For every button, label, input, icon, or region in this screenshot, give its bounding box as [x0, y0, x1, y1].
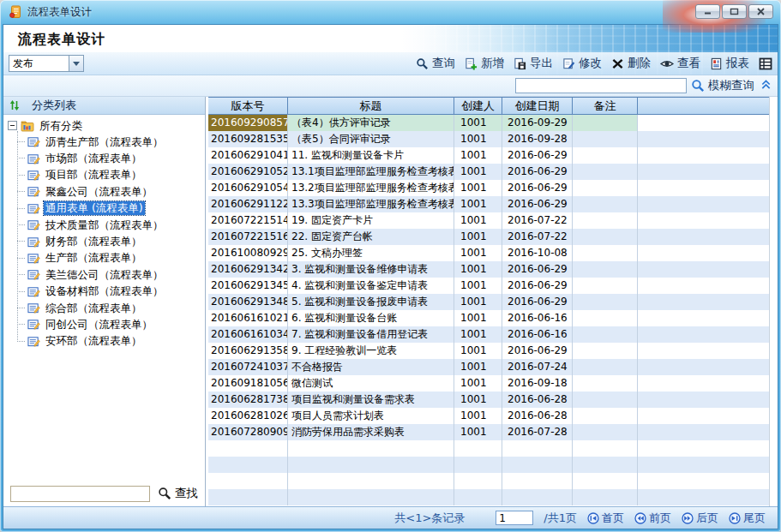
maximize-button[interactable]	[722, 4, 747, 19]
cell-title[interactable]: 项目人员需求计划表	[288, 408, 454, 424]
cell-creator[interactable]: 1001	[454, 261, 502, 278]
cell-creator[interactable]	[454, 440, 502, 457]
modify-button[interactable]: 修改	[562, 56, 602, 71]
publish-dropdown[interactable]: 发布	[9, 55, 84, 72]
cell-date[interactable]: 2016-06-28	[502, 392, 573, 408]
table-row[interactable]: 20160629134216 3. 监视和测量设备维修申请表 1001 2016…	[208, 261, 769, 278]
cell-remark[interactable]	[573, 245, 638, 261]
table-row[interactable]: 20160629105226 13.1项目监理部监理服务检查考核表 1001 2…	[208, 164, 769, 180]
tree-item-label[interactable]: 同创公司（流程表单）	[44, 318, 154, 332]
table-row[interactable]: 20160629134844 5. 监视和测量设备报废申请表 1001 2016…	[208, 294, 769, 310]
cell-version[interactable]: 20160628102609	[208, 408, 288, 424]
view-button[interactable]: 查看	[660, 56, 700, 71]
cell-date[interactable]: 2016-06-29	[502, 147, 573, 164]
cell-title[interactable]: 6. 监视和测量设备台账	[288, 310, 454, 326]
cell-date[interactable]: 2016-06-28	[502, 408, 573, 424]
table-row[interactable]: 20160724103749 不合格报告 1001 2016-07-24	[208, 359, 769, 375]
tree-item[interactable]: 项目部（流程表单）	[13, 167, 205, 183]
tree-item-label[interactable]: 项目部（流程表单）	[44, 168, 144, 182]
cell-remark[interactable]	[573, 131, 638, 147]
tree-item[interactable]: 美兰德公司（流程表单）	[13, 266, 205, 283]
column-header-creator[interactable]: 创建人	[454, 98, 502, 114]
table-row[interactable]: 20160629104112 11. 监视和测量设备卡片 1001 2016-0…	[208, 147, 769, 164]
cell-version[interactable]: 20160929085728	[208, 115, 288, 131]
cell-creator[interactable]: 1001	[454, 310, 502, 326]
fuzzy-search-input[interactable]	[515, 78, 687, 93]
cell-creator[interactable]: 1001	[454, 359, 502, 375]
cell-title[interactable]	[288, 440, 454, 457]
query-button[interactable]: 查询	[416, 56, 455, 71]
tree-item-label[interactable]: 沥青生产部（流程表单）	[44, 135, 165, 149]
cell-creator[interactable]	[454, 489, 502, 505]
cell-title[interactable]: （表4）供方评审记录	[288, 115, 454, 131]
tree-item[interactable]: 同创公司（流程表单）	[13, 316, 205, 332]
cell-remark[interactable]	[573, 473, 638, 489]
cell-remark[interactable]	[573, 261, 638, 278]
cell-version[interactable]: 20160724103749	[208, 359, 288, 375]
cell-title[interactable]: 13.1项目监理部监理服务检查考核表	[288, 164, 454, 180]
cell-title[interactable]: 11. 监视和测量设备卡片	[288, 147, 454, 164]
cell-date[interactable]: 2016-06-29	[502, 278, 573, 294]
cell-title[interactable]: 25. 文稿办理签	[288, 245, 454, 261]
cell-version[interactable]: 20160616102112	[208, 310, 288, 326]
cell-date[interactable]: 2016-06-29	[502, 196, 573, 212]
refresh-icon[interactable]	[9, 99, 20, 111]
cell-remark[interactable]	[573, 440, 638, 457]
cell-version[interactable]	[208, 473, 288, 489]
tree-item-label[interactable]: 设备材料部（流程表单）	[44, 284, 165, 298]
tree-item-label[interactable]: 生产部（流程表单）	[44, 251, 144, 265]
cell-remark[interactable]	[573, 229, 638, 245]
cell-remark[interactable]	[573, 392, 638, 408]
cell-date[interactable]: 2016-07-22	[502, 212, 573, 229]
table-row[interactable]: 20160628173841 项目监视和测量设备需求表 1001 2016-06…	[208, 392, 769, 408]
cell-title[interactable]	[288, 489, 454, 505]
table-row[interactable]: 20160929085728 （表4）供方评审记录 1001 2016-09-2…	[208, 115, 769, 131]
cell-date[interactable]: 2016-10-08	[502, 245, 573, 261]
cell-title[interactable]	[288, 473, 454, 489]
tree-item-label[interactable]: 市场部（流程表单）	[44, 152, 144, 165]
cell-creator[interactable]: 1001	[454, 424, 502, 440]
table-row[interactable]: 20160629112224 13.3项目监理部监理服务检查考核表 1001 2…	[208, 196, 769, 212]
tree-item-label[interactable]: 综合部（流程表单）	[44, 302, 144, 315]
table-row[interactable]: 20160616102112 6. 监视和测量设备台账 1001 2016-06…	[208, 310, 769, 326]
table-row[interactable]: 20160616103455 7. 监视和测量设备借用登记表 1001 2016…	[208, 326, 769, 343]
cell-remark[interactable]	[573, 424, 638, 440]
cell-version[interactable]: 20160722151601	[208, 229, 288, 245]
table-row[interactable]: 20160628102609 项目人员需求计划表 1001 2016-06-28	[208, 408, 769, 424]
cell-title[interactable]: 4. 监视和测量设备鉴定申请表	[288, 278, 454, 294]
cell-version[interactable]: 20160616103455	[208, 326, 288, 343]
cell-date[interactable]: 2016-07-24	[502, 359, 573, 375]
export-button[interactable]: 导出	[514, 56, 553, 71]
cell-title[interactable]: 13.3项目监理部监理服务检查考核表	[288, 196, 454, 212]
cell-remark[interactable]	[573, 164, 638, 180]
collapse-panel-button[interactable]	[759, 79, 773, 93]
cell-creator[interactable]: 1001	[454, 115, 502, 131]
cell-remark[interactable]	[573, 196, 638, 212]
cell-creator[interactable]	[454, 457, 502, 473]
table-row[interactable]: 20160722151601 22. 固定资产台帐 1001 2016-07-2…	[208, 229, 769, 245]
cell-creator[interactable]: 1001	[454, 245, 502, 261]
tree-search-input[interactable]	[10, 486, 150, 502]
prev-page-button[interactable]: 前页	[634, 511, 671, 526]
collapse-expander-icon[interactable]	[8, 121, 17, 130]
cell-title[interactable]: 消防劳保用品需求采购表	[288, 424, 454, 440]
cell-title[interactable]: 7. 监视和测量设备借用登记表	[288, 326, 454, 343]
fuzzy-search-button[interactable]: 模糊查询	[691, 78, 754, 93]
cell-date[interactable]	[502, 473, 573, 489]
column-header-date[interactable]: 创建日期	[502, 98, 573, 114]
cell-remark[interactable]	[573, 180, 638, 196]
minimize-button[interactable]	[695, 4, 720, 19]
tree-item-label[interactable]: 聚鑫公司（流程表单）	[44, 185, 154, 199]
cell-creator[interactable]: 1001	[454, 147, 502, 164]
cell-remark[interactable]	[573, 343, 638, 359]
cell-creator[interactable]: 1001	[454, 196, 502, 212]
cell-title[interactable]	[288, 457, 454, 473]
cell-date[interactable]	[502, 457, 573, 473]
cell-version[interactable]: 20160629105415	[208, 180, 288, 196]
table-row[interactable]: 20160629135849 9. 工程经验教训一览表 1001 2016-06…	[208, 343, 769, 359]
tree-item-label[interactable]: 通用表单 (流程表单)	[44, 201, 145, 215]
tree-item[interactable]: 通用表单 (流程表单)	[13, 200, 205, 217]
tree-root-label[interactable]: 所有分类	[38, 119, 84, 133]
cell-date[interactable]	[502, 489, 573, 505]
tree-item-label[interactable]: 安环部（流程表单）	[44, 334, 144, 348]
